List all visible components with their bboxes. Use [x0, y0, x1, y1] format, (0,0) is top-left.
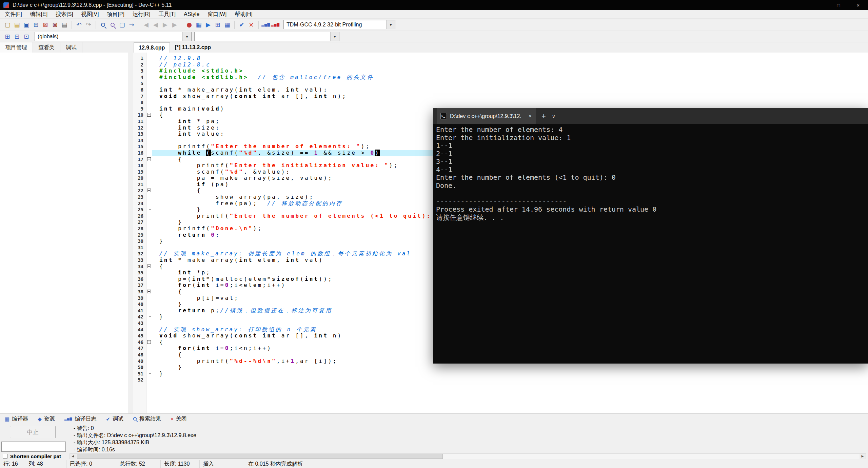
- shorten-paths-option[interactable]: Shorten compiler pat: [0, 453, 70, 459]
- compile-icon[interactable]: ▦: [194, 20, 203, 30]
- fold-marker[interactable]: −: [146, 339, 152, 346]
- menu-file[interactable]: 文件[F]: [1, 10, 26, 18]
- close-file-icon[interactable]: ⊠: [41, 20, 50, 30]
- fold-marker[interactable]: −: [146, 264, 152, 270]
- gutter-line-number[interactable]: 20: [133, 175, 143, 181]
- gutter-line-number[interactable]: 24: [133, 200, 143, 207]
- menu-help[interactable]: 帮助[H]: [231, 10, 256, 18]
- save-all-icon[interactable]: ⊞: [31, 20, 41, 30]
- panel-splitter[interactable]: [129, 53, 133, 413]
- gutter-line-number[interactable]: 9: [133, 106, 143, 112]
- new-source-icon[interactable]: ▢: [3, 20, 12, 30]
- code-line[interactable]: }: [152, 371, 868, 377]
- forward-icon[interactable]: ▶: [170, 20, 179, 30]
- code-line[interactable]: // 12.9.8: [152, 55, 868, 62]
- gutter-line-number[interactable]: 4: [133, 74, 143, 81]
- gutter-line-number[interactable]: 8: [133, 99, 143, 106]
- editor-tab[interactable]: 12.9.8.cpp: [134, 42, 170, 53]
- profile-icon[interactable]: ▂▅▇: [261, 20, 271, 30]
- gutter-line-number[interactable]: 49: [133, 358, 143, 365]
- left-tab-debug[interactable]: 调试: [60, 42, 82, 53]
- console-window[interactable]: >_ D:\dev c c++\group\12.9.3\12. × + ∨ E…: [433, 108, 868, 364]
- window-close-button[interactable]: ×: [848, 0, 868, 10]
- gutter-line-number[interactable]: 21: [133, 181, 143, 188]
- gutter-line-number[interactable]: 52: [133, 377, 143, 383]
- fold-collapse-icon[interactable]: −: [147, 189, 151, 192]
- console-new-tab-button[interactable]: +: [541, 112, 546, 121]
- globals-select[interactable]: (globals)▾: [35, 32, 192, 41]
- profiling-delete-icon[interactable]: ▂▅▇: [271, 20, 280, 30]
- console-output[interactable]: Enter the number of elements: 4Enter the…: [433, 124, 868, 364]
- gutter-line-number[interactable]: 17: [133, 156, 143, 163]
- find-icon[interactable]: [98, 20, 108, 30]
- fold-marker[interactable]: −: [146, 188, 152, 194]
- gutter-line-number[interactable]: 12: [133, 125, 143, 131]
- fold-marker[interactable]: −: [146, 289, 152, 295]
- gutter-line-number[interactable]: 10: [133, 112, 143, 118]
- code-line[interactable]: #include <stdlib.h> // 包含 malloc/free 的头…: [152, 74, 868, 81]
- gutter-line-number[interactable]: 29: [133, 232, 143, 238]
- run-icon[interactable]: ▶: [203, 20, 213, 30]
- project-remove-icon[interactable]: ⊟: [12, 32, 22, 41]
- code-line[interactable]: void show_array(const int ar [], int n);: [152, 93, 868, 100]
- bottom-tab-debug[interactable]: ✔调试: [104, 415, 126, 423]
- gutter-line-number[interactable]: 33: [133, 257, 143, 264]
- gutter-line-number[interactable]: 46: [133, 339, 143, 346]
- gutter-line-number[interactable]: 1: [133, 55, 143, 62]
- menu-window[interactable]: 窗口[W]: [203, 10, 231, 18]
- code-line[interactable]: }: [152, 364, 868, 371]
- gutter-line-number[interactable]: 26: [133, 213, 143, 219]
- gutter-line-number[interactable]: 45: [133, 333, 143, 339]
- menu-search[interactable]: 搜索[S]: [52, 10, 77, 18]
- code-line[interactable]: [152, 80, 868, 87]
- gutter-line-number[interactable]: 15: [133, 143, 143, 150]
- gutter-line-number[interactable]: 11: [133, 118, 143, 125]
- compile-run-icon[interactable]: ⊞: [213, 20, 222, 30]
- gutter-line-number[interactable]: 16: [133, 150, 143, 156]
- stop-execution-icon[interactable]: ×: [246, 20, 256, 30]
- gutter-line-number[interactable]: 18: [133, 162, 143, 169]
- console-tab-close-icon[interactable]: ×: [528, 113, 532, 119]
- bottom-tab-search-results[interactable]: 搜索结果: [131, 415, 163, 423]
- gutter-line-number[interactable]: 5: [133, 80, 143, 87]
- gutter-line-number[interactable]: 13: [133, 131, 143, 137]
- gutter-line-number[interactable]: 3: [133, 68, 143, 74]
- fold-collapse-icon[interactable]: −: [147, 290, 151, 293]
- gutter-line-number[interactable]: 27: [133, 219, 143, 226]
- code-line[interactable]: #include <stdio.h>: [152, 68, 868, 74]
- project-add-icon[interactable]: ⊞: [3, 32, 12, 41]
- fold-collapse-icon[interactable]: −: [147, 157, 151, 161]
- code-line[interactable]: [152, 99, 868, 106]
- gutter-line-number[interactable]: 7: [133, 93, 143, 100]
- menu-tools[interactable]: 工具[T]: [154, 10, 180, 18]
- console-title-bar[interactable]: >_ D:\dev c c++\group\12.9.3\12. × + ∨: [433, 108, 868, 124]
- gutter-line-number[interactable]: 51: [133, 371, 143, 377]
- console-tab[interactable]: >_ D:\dev c c++\group\12.9.3\12. ×: [437, 108, 536, 124]
- gutter-line-number[interactable]: 31: [133, 245, 143, 251]
- syntax-check-icon[interactable]: ✔: [237, 20, 246, 30]
- open-file-icon[interactable]: ▤: [12, 20, 22, 30]
- replace-icon[interactable]: [108, 20, 117, 30]
- scroll-thumb[interactable]: [77, 454, 443, 459]
- fold-marker[interactable]: −: [146, 112, 152, 118]
- rebuild-all-icon[interactable]: ▦: [222, 20, 232, 30]
- find-in-files-icon[interactable]: ▢: [117, 20, 127, 30]
- project-options-icon[interactable]: ⊡: [22, 32, 31, 41]
- scroll-right-icon[interactable]: ▶: [860, 454, 866, 459]
- menu-view[interactable]: 视图[V]: [77, 10, 103, 18]
- log-horizontal-scrollbar[interactable]: ◀ ▶: [70, 453, 866, 459]
- debug-icon[interactable]: ●: [184, 20, 194, 30]
- goto-line-icon[interactable]: →: [127, 20, 136, 30]
- gutter-line-number[interactable]: 6: [133, 87, 143, 93]
- undo-icon[interactable]: ↶: [74, 20, 84, 30]
- fold-collapse-icon[interactable]: −: [147, 113, 151, 117]
- gutter-line-number[interactable]: 32: [133, 251, 143, 257]
- gutter-line-number[interactable]: 22: [133, 188, 143, 194]
- gutter-line-number[interactable]: 39: [133, 295, 143, 301]
- gutter-line-number[interactable]: 28: [133, 226, 143, 232]
- fold-collapse-icon[interactable]: −: [147, 265, 151, 268]
- gutter-line-number[interactable]: 38: [133, 289, 143, 295]
- code-line[interactable]: // pe12-8.c: [152, 62, 868, 68]
- gutter-line-number[interactable]: 36: [133, 276, 143, 282]
- gutter-line-number[interactable]: 47: [133, 345, 143, 352]
